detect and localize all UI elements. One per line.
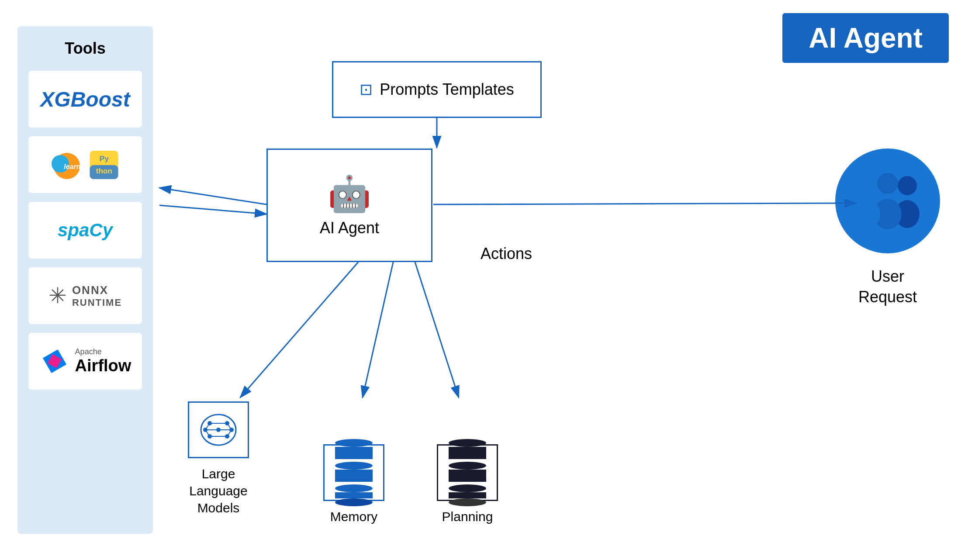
memory-node: Memory (323, 444, 384, 525)
onnx-text: ONNX RUNTIME (72, 283, 122, 308)
airflow-card: Apache Airflow (28, 333, 142, 390)
onnx-star-icon: ✳ (48, 283, 67, 308)
svg-line-35 (433, 203, 856, 204)
onnx-logo: ✳ ONNX RUNTIME (48, 283, 122, 308)
memory-db-icon (335, 439, 373, 506)
svg-line-38 (415, 262, 459, 398)
actions-label: Actions (481, 245, 532, 263)
users-icon (848, 166, 927, 236)
svg-point-24 (225, 421, 229, 425)
robot-icon: 🤖 (328, 173, 371, 214)
planning-db-icon (449, 439, 486, 506)
sklearn-logo: learn (52, 151, 84, 179)
llm-label: LargeLanguageModels (189, 465, 247, 516)
user-request-label: UserRequest (835, 266, 940, 308)
airflow-logo: Apache Airflow (39, 346, 131, 377)
brain-icon (197, 410, 240, 449)
planning-node: Planning (437, 444, 498, 525)
onnx-card: ✳ ONNX RUNTIME (28, 267, 142, 324)
memory-label: Memory (330, 508, 377, 525)
planning-label: Planning (442, 508, 493, 525)
svg-point-25 (203, 428, 207, 432)
spacy-label: spaCy (58, 220, 113, 241)
svg-point-13 (858, 176, 878, 195)
svg-text:learn: learn (64, 163, 80, 170)
agent-label: AI Agent (320, 219, 379, 237)
tools-panel: Tools XGBoost learn Py thon spaCy ✳ (17, 26, 153, 534)
svg-point-28 (207, 434, 212, 439)
sklearn-python-logos: learn Py thon (52, 151, 119, 179)
svg-point-11 (877, 173, 898, 194)
svg-line-36 (240, 262, 358, 398)
prompts-icon: ⊡ (360, 80, 373, 99)
memory-icon-box (323, 444, 384, 501)
sklearn-card: learn Py thon (28, 136, 142, 193)
llm-icon-box (188, 401, 249, 458)
svg-point-29 (225, 434, 229, 439)
airflow-text: Apache Airflow (75, 347, 131, 375)
svg-text:Py: Py (99, 154, 109, 163)
svg-line-37 (363, 262, 393, 398)
svg-point-14 (856, 200, 880, 228)
xgboost-card: XGBoost (28, 71, 142, 128)
llm-node: LargeLanguageModels (188, 401, 249, 516)
agent-box: 🤖 AI Agent (266, 149, 432, 262)
prompts-label: Prompts Templates (380, 80, 514, 99)
airflow-icon (39, 346, 70, 377)
svg-line-34 (159, 205, 266, 214)
svg-point-9 (898, 176, 917, 195)
svg-point-23 (207, 421, 212, 425)
planning-icon-box (437, 444, 498, 501)
ai-agent-badge: AI Agent (782, 13, 949, 63)
svg-line-33 (159, 188, 266, 204)
tools-title: Tools (65, 39, 105, 58)
svg-point-27 (216, 428, 221, 432)
xgboost-label: XGBoost (40, 87, 130, 111)
svg-point-26 (229, 428, 234, 432)
svg-text:thon: thon (96, 166, 112, 175)
prompts-box: ⊡ Prompts Templates (332, 61, 542, 118)
python-logo: Py thon (89, 151, 119, 179)
user-circle (835, 149, 940, 253)
spacy-card: spaCy (28, 202, 142, 259)
